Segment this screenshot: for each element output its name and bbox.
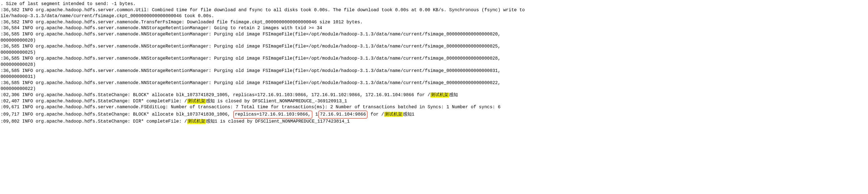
log-line-block-allocate: :02,306 INFO org.apache.hadoop.hdfs.Stat… [1,92,867,98]
log-line: :36,582 INFO org.apache.hadoop.hdfs.serv… [1,7,867,13]
log-line-complete-file: :09,802 INFO org.apache.hadoop.hdfs.Stat… [1,119,867,125]
log-line: 000000000028) [1,62,867,68]
log-text: 感知1 is closed by DFSClient_NONMAPREDUCE_… [206,119,350,124]
log-text: for / [368,112,384,117]
log-line: :36,585 INFO org.apache.hadoop.hdfs.serv… [1,31,867,38]
log-line: 000000000022) [1,86,867,92]
log-line: . Size of last segment intended to send:… [1,1,867,7]
log-text: 感知 is closed by DFSClient_NONMAPREDUCE_-… [206,99,347,104]
log-output: . Size of last segment intended to send:… [0,0,868,126]
log-line: 000000000020) [1,38,867,44]
highlight-text: 测试机架 [187,99,206,104]
highlight-text: 测试机架 [430,93,449,98]
log-line-block-allocate-boxed: :09,717 INFO org.apache.hadoop.hdfs.Stat… [1,110,867,119]
log-text: :02,306 INFO org.apache.hadoop.hdfs.Stat… [1,93,430,98]
log-line: :09,671 INFO org.apache.hadoop.hdfs.serv… [1,104,867,110]
log-text: 感知 [449,93,458,98]
log-line: :36,585 INFO org.apache.hadoop.hdfs.serv… [1,56,867,62]
log-line-complete-file: :02,407 INFO org.apache.hadoop.hdfs.Stat… [1,98,867,105]
log-text: :09,802 INFO org.apache.hadoop.hdfs.Stat… [1,119,187,124]
annotation-box-replica-1: replicas=172.16.91.103:9866, [233,110,312,119]
log-line: :36,585 INFO org.apache.hadoop.hdfs.serv… [1,43,867,50]
log-text: 1 [313,112,318,117]
log-line: :36,585 INFO org.apache.hadoop.hdfs.serv… [1,68,867,74]
log-line: :36,584 INFO org.apache.hadoop.hdfs.serv… [1,25,867,31]
log-text: :09,717 INFO org.apache.hadoop.hdfs.Stat… [1,112,233,117]
highlight-text: 测试机架 [384,112,403,117]
log-text: :02,407 INFO org.apache.hadoop.hdfs.Stat… [1,99,187,104]
log-line: 000000000025) [1,50,867,56]
log-line: :36,585 INFO org.apache.hadoop.hdfs.serv… [1,80,867,86]
log-line: ile/hadoop-3.1.3/data/name/current/fsima… [1,13,867,20]
log-line: 000000000031) [1,74,867,80]
annotation-box-replica-2: 72.16.91.104:9866 [318,110,368,119]
log-text: 感知1 [403,112,414,117]
highlight-text: 测试机架 [187,119,206,124]
log-line: :36,582 INFO org.apache.hadoop.hdfs.serv… [1,20,867,26]
